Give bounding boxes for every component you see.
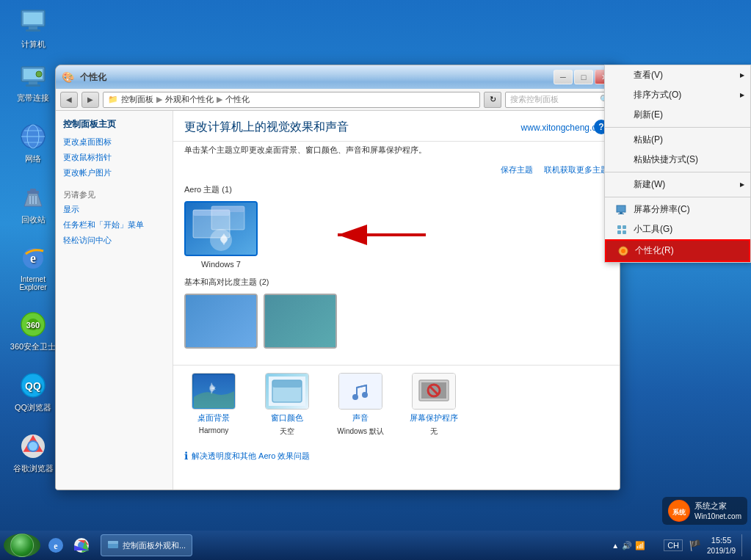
desktop-icon-broadband[interactable]: 宽带连接 — [7, 61, 59, 103]
menu-item-personalize[interactable]: 个性化(R) — [605, 239, 750, 262]
forward-button[interactable]: ▶ — [81, 92, 99, 108]
refresh-button[interactable]: ↻ — [484, 92, 501, 108]
svg-rect-50 — [623, 225, 626, 229]
desktop-icon-computer[interactable]: 计算机 — [7, 7, 59, 50]
basic1-thumbnail — [184, 294, 258, 349]
menu-item-view[interactable]: 查看(V) — [605, 65, 750, 85]
sort-icon — [616, 90, 628, 101]
menu-paste-shortcut-label: 粘贴快捷方式(S) — [634, 153, 698, 166]
windows7-theme-name: Windows 7 — [201, 260, 241, 269]
window-title: 个性化 — [80, 71, 554, 84]
desktop-icon-qq[interactable]: QQ QQ浏览器 — [7, 371, 59, 413]
clock[interactable]: 15:55 2019/1/9 — [707, 535, 736, 555]
wallpaper-sublabel: Harmony — [199, 426, 229, 434]
back-button[interactable]: ◀ — [60, 92, 78, 108]
desktop-icon-360[interactable]: 360 360安全卫士 — [7, 310, 59, 352]
taskbar-ie-icon[interactable]: e — [44, 534, 68, 557]
desktop-icon-chrome[interactable]: 谷歌浏览器 — [7, 432, 59, 474]
sound-label: 声音 — [352, 412, 369, 423]
sidebar-change-account-pic[interactable]: 更改帐户图片 — [63, 167, 165, 178]
clock-time: 15:55 — [707, 535, 736, 545]
sidebar-display[interactable]: 显示 — [63, 204, 165, 215]
svg-text:e: e — [54, 541, 58, 551]
minimize-button[interactable]: ─ — [554, 70, 573, 84]
aero-section-title: Aero 主题 (1) — [184, 184, 609, 195]
color-item[interactable]: 窗口颜色 天空 — [258, 373, 316, 437]
menu-refresh-label: 刷新(E) — [634, 109, 663, 121]
sidebar-accessibility[interactable]: 轻松访问中心 — [63, 235, 165, 246]
sound-item[interactable]: 声音 Windows 默认 — [331, 373, 390, 437]
get-more-themes-link[interactable]: 联机获取更多主题 — [544, 164, 609, 175]
brand-name: 系统之家 — [694, 501, 741, 511]
brand-text: 系统之家 Win10net.com — [694, 501, 741, 520]
personalize-icon — [617, 245, 629, 257]
theme-item-windows7[interactable]: Windows 7 — [184, 201, 258, 269]
taskbar-task-label: 控制面板外观和... — [123, 540, 186, 551]
search-placeholder: 搜索控制面板 — [510, 94, 559, 105]
svg-rect-7 — [26, 84, 40, 87]
menu-paste-label: 粘贴(P) — [634, 134, 663, 146]
branding: 系统 系统之家 Win10net.com — [662, 497, 747, 525]
sound-box — [338, 373, 382, 410]
menu-resolution-label: 屏幕分辨率(C) — [634, 203, 690, 216]
screensaver-sublabel: 无 — [430, 426, 438, 437]
wallpaper-label: 桌面背景 — [197, 412, 230, 423]
svg-point-31 — [220, 236, 228, 243]
desktop-icon-ie[interactable]: e InternetExplorer — [7, 244, 59, 291]
tray-icon-flag[interactable]: 🏴 — [689, 539, 701, 551]
svg-point-25 — [29, 442, 37, 451]
tray-network-icon[interactable]: 📶 — [635, 541, 645, 550]
sidebar-taskbar[interactable]: 任务栏和「开始」菜单 — [63, 219, 165, 230]
menu-item-sort[interactable]: 排序方式(O) — [605, 85, 750, 105]
address-field[interactable]: 📁 控制面板 ▶ 外观和个性化 ▶ 个性化 — [103, 92, 480, 108]
start-orb — [10, 534, 34, 557]
desktop-icon-network[interactable]: 网络 — [7, 122, 59, 164]
taskbar-chrome-icon[interactable] — [70, 534, 93, 557]
taskbar-task-controlpanel[interactable]: 控制面板外观和... — [101, 534, 192, 556]
menu-item-paste-shortcut[interactable]: 粘贴快捷方式(S) — [605, 150, 750, 170]
window-titlebar: 🎨 个性化 ─ □ ✕ — [56, 65, 620, 89]
svg-text:系统: 系统 — [672, 509, 686, 516]
screensaver-item[interactable]: 屏幕保护程序 无 — [404, 373, 463, 437]
also-see-title: 另请参见 — [63, 189, 165, 200]
sidebar-change-desktop-icons[interactable]: 更改桌面图标 — [63, 137, 165, 148]
svg-rect-15 — [30, 189, 36, 192]
svg-text:360: 360 — [26, 321, 40, 330]
screensaver-box — [412, 373, 456, 410]
save-theme-link[interactable]: 保存主题 — [501, 164, 533, 175]
sidebar-change-mouse[interactable]: 更改鼠标指针 — [63, 152, 165, 163]
view-icon — [616, 70, 628, 81]
aero-themes-grid: Windows 7 — [184, 201, 609, 269]
basic2-thumbnail — [264, 294, 337, 349]
menu-item-gadgets[interactable]: 小工具(G) — [605, 219, 750, 239]
svg-point-54 — [621, 249, 625, 253]
search-field[interactable]: 搜索控制面板 🔍 — [505, 92, 615, 108]
menu-item-new[interactable]: 新建(W) — [605, 175, 750, 194]
svg-rect-46 — [617, 206, 625, 212]
taskbar: e 控制面板外观和... ▲ 🔊 📶 CH 🏴 15:55 2019/1/9 — [0, 531, 751, 560]
resolution-icon — [616, 204, 628, 216]
help-link[interactable]: ℹ 解决透明度和其他 Aero 效果问题 — [173, 444, 620, 468]
new-icon — [616, 179, 628, 191]
taskbar-right: ▲ 🔊 📶 CH 🏴 15:55 2019/1/9 — [612, 534, 747, 556]
svg-point-33 — [209, 385, 215, 391]
show-desktop-button[interactable] — [741, 534, 747, 556]
tray-expand[interactable]: ▲ — [612, 542, 619, 550]
ime-indicator[interactable]: CH — [664, 539, 683, 551]
menu-view-label: 查看(V) — [634, 69, 663, 81]
svg-rect-48 — [618, 214, 624, 214]
menu-item-paste[interactable]: 粘贴(P) — [605, 130, 750, 150]
refresh-icon — [616, 109, 628, 121]
menu-item-resolution[interactable]: 屏幕分辨率(C) — [605, 200, 750, 219]
menu-item-refresh[interactable]: 刷新(E) — [605, 105, 750, 125]
menu-gadgets-label: 小工具(G) — [634, 223, 672, 236]
theme-item-basic2[interactable] — [264, 294, 337, 352]
maximize-button[interactable]: □ — [574, 70, 593, 84]
help-link-text: 解决透明度和其他 Aero 效果问题 — [192, 451, 310, 462]
desktop-icon-recycle[interactable]: 回收站 — [7, 183, 59, 225]
theme-item-basic1[interactable] — [184, 294, 258, 352]
wallpaper-box — [192, 373, 236, 410]
tray-sound-icon[interactable]: 🔊 — [622, 541, 632, 550]
wallpaper-item[interactable]: 桌面背景 Harmony — [184, 373, 243, 437]
start-button[interactable] — [4, 534, 40, 557]
